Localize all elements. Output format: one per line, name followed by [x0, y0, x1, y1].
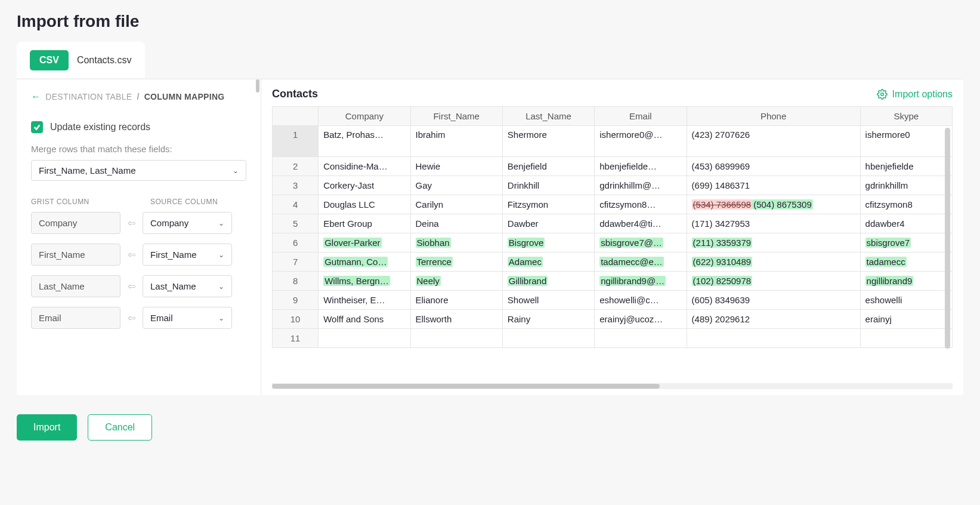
table-row[interactable]: 1Batz, Prohas…IbrahimShermoreishermore0@… [273, 126, 953, 157]
table-cell[interactable]: sbisgrove7 [860, 233, 952, 252]
preview-horizontal-scrollbar[interactable] [272, 383, 953, 389]
table-cell[interactable]: (622) 9310489 [687, 252, 860, 272]
table-cell[interactable]: ddawber4 [860, 214, 952, 233]
update-existing-checkbox[interactable] [31, 121, 43, 133]
table-cell[interactable]: (453) 6899969 [687, 157, 860, 176]
table-cell[interactable]: cfitzsymon8 [860, 195, 952, 214]
table-cell[interactable] [860, 329, 952, 348]
table-cell[interactable]: ishermore0 [860, 126, 952, 157]
table-cell[interactable]: Ellsworth [410, 310, 502, 329]
table-cell[interactable]: Carilyn [410, 195, 502, 214]
table-cell[interactable] [595, 329, 687, 348]
table-row[interactable]: 10Wolff and SonsEllsworthRainyerainyj@uc… [273, 310, 953, 329]
cancel-button[interactable]: Cancel [88, 414, 152, 441]
table-cell[interactable]: Benjefield [502, 157, 594, 176]
row-number[interactable]: 5 [273, 214, 319, 233]
table-cell[interactable]: Considine-Ma… [319, 157, 410, 176]
table-cell[interactable]: Batz, Prohas… [319, 126, 410, 157]
column-header[interactable]: Last_Name [502, 107, 594, 126]
table-cell[interactable]: Hewie [410, 157, 502, 176]
table-row[interactable]: 3Corkery-JastGayDrinkhillgdrinkhillm@…(6… [273, 176, 953, 195]
file-tab[interactable]: CSV Contacts.csv [17, 42, 145, 79]
table-cell[interactable]: erainyj@ucoz… [595, 310, 687, 329]
back-arrow-icon[interactable]: ← [31, 91, 41, 102]
breadcrumb-dest[interactable]: DESTINATION TABLE [45, 92, 132, 101]
table-cell[interactable]: Gay [410, 176, 502, 195]
table-cell[interactable]: gdrinkhillm@… [595, 176, 687, 195]
table-cell[interactable]: (423) 2707626 [687, 126, 860, 157]
table-cell[interactable]: Rainy [502, 310, 594, 329]
table-cell[interactable] [319, 329, 410, 348]
table-cell[interactable]: Fitzsymon [502, 195, 594, 214]
table-cell[interactable]: eshowelli@c… [595, 291, 687, 310]
table-row[interactable]: 8Willms, Bergn…NeelyGillibrandngillibran… [273, 272, 953, 291]
row-number[interactable]: 1 [273, 126, 319, 157]
table-cell[interactable]: Gutmann, Co… [319, 252, 410, 272]
table-cell[interactable]: Gillibrand [502, 272, 594, 291]
table-cell[interactable]: Corkery-Jast [319, 176, 410, 195]
table-cell[interactable]: Willms, Bergn… [319, 272, 410, 291]
table-cell[interactable]: ngillibrand9 [860, 272, 952, 291]
source-column-select[interactable]: Email⌄ [143, 307, 232, 329]
preview-table[interactable]: CompanyFirst_NameLast_NameEmailPhoneSkyp… [272, 106, 953, 348]
table-cell[interactable]: (489) 2029612 [687, 310, 860, 329]
table-cell[interactable]: (699) 1486371 [687, 176, 860, 195]
table-cell[interactable]: Ebert Group [319, 214, 410, 233]
row-number[interactable]: 8 [273, 272, 319, 291]
table-row[interactable]: 6Glover-ParkerSiobhanBisgrovesbisgrove7@… [273, 233, 953, 252]
table-cell[interactable]: Showell [502, 291, 594, 310]
table-cell[interactable]: Glover-Parker [319, 233, 410, 252]
table-cell[interactable]: Terrence [410, 252, 502, 272]
table-cell[interactable]: Shermore [502, 126, 594, 157]
table-row[interactable]: 7Gutmann, Co…TerrenceAdamectadamecc@e…(6… [273, 252, 953, 272]
table-cell[interactable]: Dawber [502, 214, 594, 233]
source-column-select[interactable]: First_Name⌄ [143, 244, 232, 266]
table-row[interactable]: 4Douglas LLCCarilynFitzsymoncfitzsymon8…… [273, 195, 953, 214]
table-cell[interactable]: hbenjefielde [860, 157, 952, 176]
row-number[interactable]: 2 [273, 157, 319, 176]
column-header[interactable]: Skype [860, 107, 952, 126]
table-cell[interactable]: Elianore [410, 291, 502, 310]
table-cell[interactable]: Siobhan [410, 233, 502, 252]
row-number[interactable]: 6 [273, 233, 319, 252]
column-header[interactable]: Company [319, 107, 410, 126]
table-cell[interactable]: Bisgrove [502, 233, 594, 252]
table-cell[interactable]: Drinkhill [502, 176, 594, 195]
table-cell[interactable]: Douglas LLC [319, 195, 410, 214]
table-row[interactable]: 5Ebert GroupDeinaDawberddawber4@ti…(171)… [273, 214, 953, 233]
column-header[interactable]: First_Name [410, 107, 502, 126]
row-number[interactable]: 4 [273, 195, 319, 214]
preview-vertical-scrollbar[interactable] [945, 128, 950, 355]
table-row[interactable]: 11 [273, 329, 953, 348]
table-cell[interactable]: Ibrahim [410, 126, 502, 157]
table-cell[interactable]: eshowelli [860, 291, 952, 310]
table-cell[interactable]: gdrinkhillm [860, 176, 952, 195]
table-cell[interactable]: tadamecc [860, 252, 952, 272]
table-cell[interactable]: (211) 3359379 [687, 233, 860, 252]
table-row[interactable]: 9Wintheiser, E…ElianoreShowelleshowelli@… [273, 291, 953, 310]
table-cell[interactable]: Deina [410, 214, 502, 233]
source-column-select[interactable]: Last_Name⌄ [143, 275, 232, 297]
table-cell[interactable]: Wolff and Sons [319, 310, 410, 329]
table-cell[interactable]: (171) 3427953 [687, 214, 860, 233]
source-column-select[interactable]: Company⌄ [143, 212, 232, 234]
table-cell[interactable]: Wintheiser, E… [319, 291, 410, 310]
table-cell[interactable] [502, 329, 594, 348]
table-cell[interactable] [687, 329, 860, 348]
row-number[interactable]: 11 [273, 329, 319, 348]
table-cell[interactable]: (605) 8349639 [687, 291, 860, 310]
table-cell[interactable]: sbisgrove7@… [595, 233, 687, 252]
table-cell[interactable]: (102) 8250978 [687, 272, 860, 291]
table-cell[interactable]: hbenjefielde… [595, 157, 687, 176]
row-number[interactable]: 10 [273, 310, 319, 329]
table-cell[interactable]: (534) 7366598(504) 8675309 [687, 195, 860, 214]
table-row[interactable]: 2Considine-Ma…HewieBenjefieldhbenjefield… [273, 157, 953, 176]
table-cell[interactable]: ddawber4@ti… [595, 214, 687, 233]
table-cell[interactable]: tadamecc@e… [595, 252, 687, 272]
table-cell[interactable]: ishermore0@… [595, 126, 687, 157]
column-header[interactable]: Email [595, 107, 687, 126]
left-panel-scrollbar[interactable] [255, 79, 261, 395]
table-cell[interactable]: Neely [410, 272, 502, 291]
table-cell[interactable]: Adamec [502, 252, 594, 272]
row-number[interactable]: 9 [273, 291, 319, 310]
